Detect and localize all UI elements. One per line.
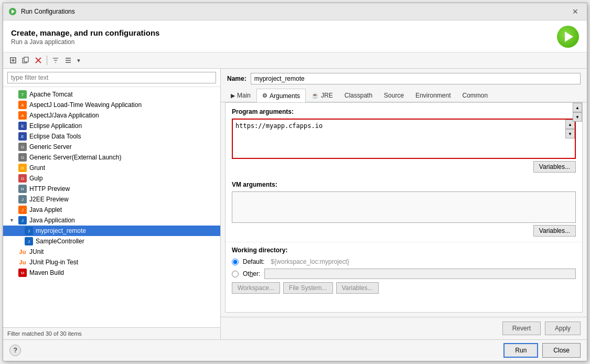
filter-status: Filter matched 30 of 30 items xyxy=(3,327,220,339)
working-dir-label: Working directory: xyxy=(232,247,576,254)
header-subtitle: Run a Java application xyxy=(11,38,159,46)
tab-environment-label: Environment xyxy=(415,92,450,99)
tree-item-label: HTTP Preview xyxy=(29,185,70,192)
tab-source-label: Source xyxy=(384,92,404,99)
tree-item-label: J2EE Preview xyxy=(29,196,69,203)
header: Create, manage, and run configurations R… xyxy=(3,20,587,52)
config-tree: T Apache Tomcat A AspectJ Load-Time Weav… xyxy=(3,87,220,327)
help-button[interactable]: ? xyxy=(9,345,21,356)
program-args-label: Program arguments: xyxy=(232,108,576,115)
close-button[interactable]: ✕ xyxy=(569,6,582,17)
java-app-icon: J xyxy=(18,216,27,224)
workspace-button[interactable]: Workspace... xyxy=(232,282,280,294)
tab-arguments[interactable]: ⚙ Arguments xyxy=(256,89,306,102)
myproject-icon: J xyxy=(25,227,33,235)
tree-item-label: Generic Server(External Launch) xyxy=(29,154,121,161)
http-icon: H xyxy=(18,185,27,193)
tab-jre[interactable]: ☕ JRE xyxy=(306,89,339,102)
eclipse-data-icon: E xyxy=(18,132,27,141)
toolbar: ▼ xyxy=(3,52,587,69)
junit-plugin-icon: Ju xyxy=(18,258,27,266)
tree-item-junit-plugin[interactable]: Ju JUnit Plug-in Test xyxy=(3,257,220,267)
junit-icon: Ju xyxy=(18,248,27,256)
tree-item-generic-server-ext[interactable]: G Generic Server(External Launch) xyxy=(3,152,220,163)
tab-common[interactable]: Common xyxy=(457,89,494,102)
tab-classpath[interactable]: Classpath xyxy=(339,89,378,102)
tree-item-grunt[interactable]: G Grunt xyxy=(3,163,220,173)
tree-item-label: SampleController xyxy=(36,238,84,245)
tab-source[interactable]: Source xyxy=(378,89,410,102)
tree-item-label: JUnit xyxy=(29,248,44,255)
java-applet-icon: J xyxy=(18,206,27,214)
other-dir-input[interactable] xyxy=(264,269,576,279)
tree-item-label: Gulp xyxy=(29,175,42,182)
tab-classpath-label: Classpath xyxy=(345,92,372,99)
tree-item-java-application[interactable]: ▼ J Java Application xyxy=(3,215,220,226)
tree-item-label: JUnit Plug-in Test xyxy=(29,259,78,266)
tab-content: Program arguments: ▲ ▼ Variables... VM a… xyxy=(225,102,583,313)
tree-item-maven-build[interactable]: M Maven Build xyxy=(3,267,220,278)
vm-scroll-down-btn[interactable]: ▼ xyxy=(573,112,582,122)
tree-item-java-applet[interactable]: J Java Applet xyxy=(3,205,220,215)
generic-ext-icon: G xyxy=(18,153,27,162)
default-radio-label: Default: xyxy=(243,258,264,265)
dialog-title: Run Configurations xyxy=(21,8,75,15)
tree-item-gulp[interactable]: G Gulp xyxy=(3,173,220,184)
tree-item-label: Grunt xyxy=(29,164,45,172)
new-config-button[interactable] xyxy=(7,55,19,66)
tree-item-aspectj-java[interactable]: A AspectJ/Java Application xyxy=(3,110,220,121)
tree-item-apache-tomcat[interactable]: T Apache Tomcat xyxy=(3,89,220,100)
tree-item-generic-server[interactable]: G Generic Server xyxy=(3,142,220,152)
vm-args-variables-button[interactable]: Variables... xyxy=(533,225,576,237)
delete-config-button[interactable] xyxy=(33,55,44,66)
tree-item-sample-controller[interactable]: J SampleController xyxy=(3,236,220,247)
eclipse-icon: E xyxy=(18,122,27,130)
variables-dir-button[interactable]: Variables... xyxy=(336,282,379,294)
tree-item-eclipse-app[interactable]: E Eclipse Application xyxy=(3,121,220,131)
filter-input[interactable] xyxy=(7,72,216,83)
vm-args-input[interactable] xyxy=(232,192,575,221)
other-radio[interactable] xyxy=(232,271,239,277)
tab-environment[interactable]: Environment xyxy=(410,89,456,102)
close-dialog-button[interactable]: Close xyxy=(542,343,581,358)
tab-common-label: Common xyxy=(463,92,488,99)
duplicate-config-button[interactable] xyxy=(20,55,31,66)
program-args-variables-button[interactable]: Variables... xyxy=(533,161,576,173)
title-bar: Run Configurations ✕ xyxy=(3,3,587,20)
main-tab-icon: ▶ xyxy=(231,92,235,99)
program-args-input[interactable] xyxy=(233,120,575,156)
vm-args-wrapper: ▲ ▼ xyxy=(232,191,576,223)
sample-controller-icon: J xyxy=(25,237,33,245)
grunt-icon: G xyxy=(18,164,27,172)
main-content: T Apache Tomcat A AspectJ Load-Time Weav… xyxy=(3,69,587,339)
toolbar-separator xyxy=(47,56,47,65)
filter-button[interactable] xyxy=(50,55,61,66)
tree-item-aspectj-load[interactable]: A AspectJ Load-Time Weaving Application xyxy=(3,100,220,110)
collapse-button[interactable] xyxy=(62,55,74,66)
name-label: Name: xyxy=(227,75,246,82)
generic-icon: G xyxy=(18,143,27,151)
revert-button[interactable]: Revert xyxy=(502,322,541,335)
tree-item-eclipse-data[interactable]: E Eclipse Data Tools xyxy=(3,131,220,142)
program-args-scrollbar: ▲ ▼ xyxy=(565,120,575,138)
other-radio-row: Other: xyxy=(232,269,576,279)
gulp-icon: G xyxy=(18,174,27,183)
title-bar-left: Run Configurations xyxy=(8,7,75,16)
dialog-footer: ? Run Close xyxy=(3,339,587,361)
tab-jre-label: JRE xyxy=(321,92,333,99)
apply-button[interactable]: Apply xyxy=(545,322,581,335)
tab-main[interactable]: ▶ Main xyxy=(225,89,256,102)
scroll-down-btn[interactable]: ▼ xyxy=(565,129,575,138)
config-name-input[interactable] xyxy=(251,73,581,84)
tree-item-j2ee-preview[interactable]: J J2EE Preview xyxy=(3,194,220,205)
svg-rect-6 xyxy=(24,57,28,62)
tree-item-http-preview[interactable]: H HTTP Preview xyxy=(3,184,220,194)
default-radio[interactable] xyxy=(232,259,239,265)
run-button[interactable]: Run xyxy=(503,343,538,358)
filesystem-button[interactable]: File System... xyxy=(283,282,333,294)
tree-item-label: Java Application xyxy=(29,217,75,224)
vm-scroll-up-btn[interactable]: ▲ xyxy=(573,103,582,112)
tree-item-myproject-remote[interactable]: J myproject_remote xyxy=(3,226,220,236)
tree-item-junit[interactable]: Ju JUnit xyxy=(3,247,220,257)
name-row: Name: xyxy=(221,69,587,89)
